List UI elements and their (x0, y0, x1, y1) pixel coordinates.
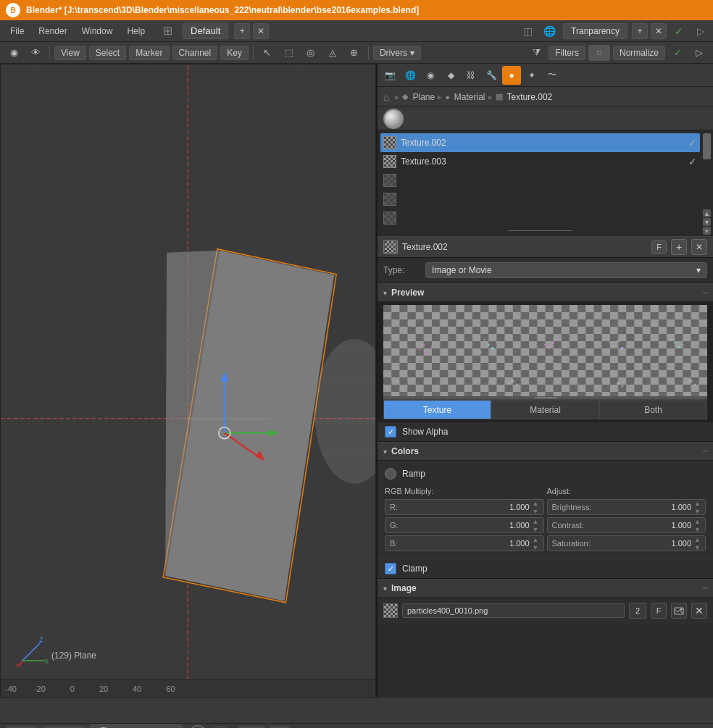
home-icon[interactable]: ⌂ (383, 91, 389, 103)
object-icon-btn[interactable]: ◆ (441, 66, 460, 85)
gt-select-btn[interactable]: Select (89, 46, 126, 60)
material-icon-btn[interactable]: ● (502, 66, 521, 85)
check-icon[interactable]: ✓ (670, 22, 688, 41)
menu-render[interactable]: Render (31, 23, 74, 39)
texture-list-item-4[interactable] (380, 190, 700, 209)
constraint-icon-btn[interactable]: ⛓ (462, 66, 480, 85)
tex-block-add-btn[interactable]: + (671, 239, 687, 255)
gt-lasso-icon[interactable]: ◬ (323, 43, 342, 62)
particles-icon-btn[interactable]: ✦ (522, 66, 541, 85)
graph-add[interactable]: + (632, 23, 648, 39)
tex-check-1[interactable]: ✓ (688, 137, 697, 148)
menu-help[interactable]: Help (120, 23, 152, 39)
colors-options-icon[interactable]: ··· (702, 445, 707, 458)
preview-section-header[interactable]: ▾ Preview ··· (378, 283, 713, 302)
tranparency-label: Tranparency (571, 26, 620, 36)
clamp-label[interactable]: Clamp (402, 564, 428, 574)
image-options-icon[interactable]: ··· (702, 582, 707, 595)
scroll-end[interactable]: ▾ (703, 227, 711, 235)
tex-list-scroll-thumb[interactable] (703, 133, 711, 159)
view-icon[interactable]: ◫ (518, 22, 537, 41)
show-alpha-label[interactable]: Show Alpha (402, 427, 448, 437)
world-icon-btn[interactable]: ◉ (421, 66, 440, 85)
workspace-selector[interactable]: Default (183, 22, 228, 39)
g-field[interactable]: G: 1.000 ▲▼ (385, 517, 544, 533)
scroll-down[interactable]: ▼ (703, 218, 711, 226)
breadcrumb-plane[interactable]: Plane (412, 92, 435, 102)
r-arrows: ▲▼ (533, 500, 539, 515)
texture-list-item-5[interactable] (380, 209, 700, 227)
saturation-field[interactable]: Saturation: 1.000 ▲▼ (547, 535, 706, 551)
menu-window[interactable]: Window (75, 23, 120, 39)
gt-view-btn[interactable]: View (54, 46, 86, 60)
gt-filters-btn[interactable]: Filters (549, 46, 585, 60)
window-title: Blender* [J:\transcend\3D\Blender\miscel… (26, 5, 419, 15)
gt-filter-icon[interactable]: ⧩ (527, 43, 546, 62)
gt-select2-icon[interactable]: ⬚ (280, 43, 299, 62)
b-field[interactable]: B: 1.000 ▲▼ (385, 535, 544, 551)
modifier-icon-btn[interactable]: 🔧 (482, 66, 501, 85)
gt-view-icon[interactable]: 👁 (26, 43, 45, 62)
gt-channel-btn[interactable]: Channel (172, 46, 218, 60)
graph-close[interactable]: ✕ (651, 23, 667, 39)
tex-block-icon-btn[interactable] (383, 240, 398, 254)
brightness-field[interactable]: Brightness: 1.000 ▲▼ (547, 499, 706, 515)
gt-mode-icon[interactable]: ◉ (4, 43, 23, 62)
scene-icon[interactable]: 🌐 (540, 22, 559, 41)
render-icon-btn[interactable]: 📷 (380, 66, 399, 85)
gt-marker-btn[interactable]: Marker (129, 46, 169, 60)
image-section-header[interactable]: ▾ Image ··· (378, 579, 713, 598)
layout-icon[interactable]: ⊞ (158, 22, 177, 41)
gt-circle-icon[interactable]: ◎ (301, 43, 320, 62)
expand-icon[interactable]: ▷ (691, 22, 710, 41)
image-num-field[interactable]: 2 (629, 603, 646, 619)
workspace-close[interactable]: ✕ (253, 23, 269, 39)
adjust-col: Adjust: Brightness: 1.000 ▲▼ Contrast: 1… (547, 485, 706, 551)
image-f-btn[interactable]: F (651, 603, 667, 619)
gt-drivers-dropdown[interactable]: Drivers ▾ (373, 46, 421, 60)
gt-key-btn[interactable]: Key (220, 46, 249, 60)
gt-expand2-icon[interactable]: ▷ (690, 43, 709, 62)
g-label: G: (390, 521, 404, 530)
show-alpha-checkbox[interactable]: ✓ (385, 426, 396, 438)
scroll-up[interactable]: ▲ (703, 209, 711, 217)
tex-icon-2 (383, 155, 396, 168)
texture-list-item-1[interactable]: Texture.002 ✓ (380, 133, 700, 152)
texture-context-icon[interactable] (383, 109, 404, 129)
menu-file[interactable]: File (3, 23, 31, 39)
ramp-circle-icon[interactable] (385, 468, 396, 480)
physics-icon-btn[interactable]: 〜 (543, 66, 562, 85)
preview-tab-material[interactable]: Material (491, 400, 599, 419)
preview-tab-texture[interactable]: Texture (383, 400, 491, 419)
normalize-check[interactable]: □ (588, 45, 610, 61)
workspace-add[interactable]: + (234, 23, 250, 39)
breadcrumb-material[interactable]: Material (454, 92, 485, 102)
colors-content: Ramp RGB Multiply: R: 1.000 ▲▼ G: 1.000 … (378, 461, 713, 558)
tex-check-2[interactable]: ✓ (688, 156, 697, 167)
texture-list-item-3[interactable] (380, 171, 700, 190)
r-field[interactable]: R: 1.000 ▲▼ (385, 499, 544, 515)
preview-options-icon[interactable]: ··· (702, 286, 707, 299)
image-close-btn[interactable]: ✕ (691, 603, 707, 619)
colors-section-header[interactable]: ▾ Colors ··· (378, 442, 713, 461)
preview-tab-both[interactable]: Both (599, 400, 707, 419)
image-browse-btn[interactable] (671, 603, 687, 619)
texture-list-item-2[interactable]: Texture.003 ✓ (380, 152, 700, 171)
tex-block-f-btn[interactable]: F (651, 240, 667, 254)
clamp-checkbox[interactable]: ✓ (385, 563, 396, 574)
scene-icon-btn[interactable]: 🌐 (401, 66, 420, 85)
type-select[interactable]: Image or Movie ▾ (425, 262, 707, 278)
gt-check2-icon[interactable]: ✓ (668, 43, 687, 62)
tex-list-scrollbar[interactable]: ▲ ▼ ▾ (702, 130, 712, 236)
gt-normalize-btn[interactable]: Normalize (613, 46, 665, 60)
mode-selector[interactable]: Object Mode ▾ (90, 724, 183, 729)
tranparency-btn[interactable]: Tranparency (563, 23, 627, 39)
brightness-arrows: ▲▼ (694, 500, 701, 515)
pivot-icon-btn[interactable] (188, 725, 207, 729)
tex-block-close-btn[interactable]: ✕ (691, 239, 707, 255)
preview-resize-handle[interactable] (383, 396, 707, 399)
contrast-field[interactable]: Contrast: 1.000 ▲▼ (547, 517, 706, 533)
gt-paint-icon[interactable]: ⊕ (345, 43, 364, 62)
gt-cursor-icon[interactable]: ↖ (258, 43, 277, 62)
tex-placeholder-5 (383, 212, 396, 225)
